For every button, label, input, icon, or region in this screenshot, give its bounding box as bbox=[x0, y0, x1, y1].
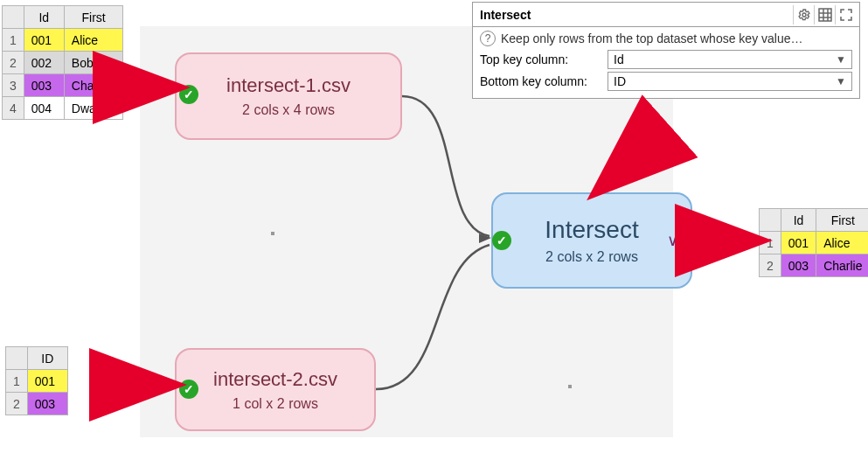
bottom-key-label: Bottom key column: bbox=[480, 74, 602, 88]
table-row: 4 004 Dwayne bbox=[3, 97, 123, 120]
table-row: 2 002 Bob bbox=[3, 52, 123, 74]
panel-title: Intersect bbox=[480, 8, 531, 22]
bottom-key-value: ID bbox=[614, 74, 626, 88]
input-top-table: Id First 1 001 Alice 2 002 Bob 3 003 Cha… bbox=[2, 5, 123, 120]
gear-icon[interactable] bbox=[793, 5, 814, 24]
table-row: 1 001 Alice bbox=[760, 232, 869, 254]
panel-description: Keep only rows from the top dataset whos… bbox=[501, 31, 803, 45]
expand-icon[interactable] bbox=[835, 5, 856, 24]
help-icon[interactable]: ? bbox=[480, 31, 496, 46]
node-title: intersect-2.csv bbox=[213, 368, 337, 391]
th-id: Id bbox=[24, 6, 64, 29]
th-id: Id bbox=[781, 209, 816, 232]
output-table: Id First 1 001 Alice 2 003 Charlie bbox=[759, 208, 868, 277]
grid-icon[interactable] bbox=[814, 5, 835, 24]
table-row: 2 003 bbox=[6, 393, 68, 415]
table-row: 3 003 Charlie bbox=[3, 74, 123, 97]
node-v-mark: ∨ bbox=[667, 231, 678, 250]
node-title: intersect-1.csv bbox=[226, 74, 351, 97]
node-intersect[interactable]: Intersect 2 cols x 2 rows ∨ bbox=[491, 192, 692, 289]
th-blank bbox=[760, 209, 781, 232]
input-bottom-table: ID 1 001 2 003 bbox=[5, 346, 68, 415]
properties-panel: Intersect ? Keep only rows from the top … bbox=[472, 2, 860, 99]
check-icon bbox=[179, 380, 198, 399]
node-subtitle: 2 cols x 2 rows bbox=[545, 249, 638, 265]
chevron-down-icon: ▼ bbox=[836, 53, 846, 66]
top-key-dropdown[interactable]: Id ▼ bbox=[608, 50, 852, 69]
node-intersect-1[interactable]: intersect-1.csv 2 cols x 4 rows bbox=[175, 52, 402, 140]
th-id: ID bbox=[27, 347, 67, 370]
check-icon bbox=[179, 85, 198, 104]
table-row: 1 001 bbox=[6, 370, 68, 393]
th-blank bbox=[3, 6, 24, 29]
check-icon bbox=[492, 231, 511, 250]
th-blank bbox=[6, 347, 28, 370]
grid-dot bbox=[568, 385, 572, 388]
table-row: 2 003 Charlie bbox=[760, 254, 869, 277]
node-intersect-2[interactable]: intersect-2.csv 1 col x 2 rows bbox=[175, 348, 376, 431]
table-row: 1 001 Alice bbox=[3, 29, 123, 52]
top-key-label: Top key column: bbox=[480, 52, 602, 66]
svg-rect-1 bbox=[819, 9, 831, 21]
grid-dot bbox=[271, 232, 274, 235]
node-subtitle: 1 col x 2 rows bbox=[233, 396, 318, 412]
th-first: First bbox=[816, 209, 868, 232]
top-key-value: Id bbox=[614, 52, 624, 66]
th-first: First bbox=[64, 6, 123, 29]
chevron-down-icon: ▼ bbox=[836, 75, 846, 87]
node-title: Intersect bbox=[545, 216, 638, 244]
node-subtitle: 2 cols x 4 rows bbox=[242, 102, 335, 118]
bottom-key-dropdown[interactable]: ID ▼ bbox=[608, 72, 852, 91]
svg-point-0 bbox=[802, 13, 806, 17]
